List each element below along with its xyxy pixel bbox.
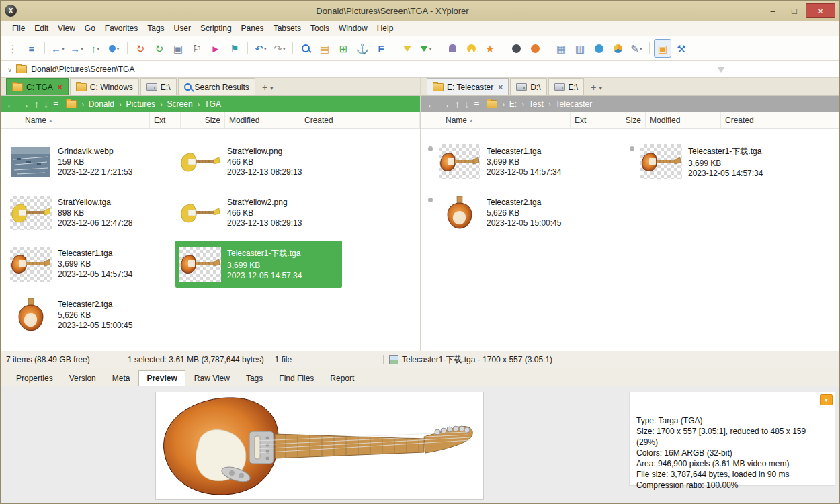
column-header-name[interactable]: Name▴ [421, 112, 571, 128]
down-crumb-icon[interactable]: ↓ [464, 99, 469, 110]
down-crumb-icon[interactable]: ↓ [44, 99, 48, 110]
file-tile-grindavik-webp[interactable]: Grindavik.webp159 KB2023-12-22 17:21:53 [6, 138, 173, 185]
back-crumb-icon[interactable]: ← [6, 99, 15, 110]
file-tile-telecaster2-tga[interactable]: Telecaster2.tga5,626 KB2023-12-05 15:00:… [424, 190, 622, 237]
tree-icon[interactable]: ⊞ [335, 39, 352, 58]
menu-item-tabsets[interactable]: Tabsets [269, 21, 306, 36]
package-icon[interactable]: ▣ [169, 39, 187, 58]
maximize-button[interactable]: □ [784, 4, 804, 17]
column-header-modified[interactable]: Modified [646, 112, 721, 128]
send-icon[interactable]: ► [207, 39, 224, 58]
flag-icon[interactable]: ⚐ [188, 39, 206, 58]
font-icon[interactable]: F [372, 39, 390, 58]
file-tile-telecaster1-tga[interactable]: Telecaster1.tga3,699 KB2023-12-05 14:57:… [424, 138, 622, 185]
menu-item-view[interactable]: View [53, 21, 80, 36]
column-header-size[interactable]: Size [181, 112, 225, 128]
panel-tab-version[interactable]: Version [62, 371, 103, 386]
address-dropdown-icon[interactable]: ∨ [7, 66, 12, 73]
file-tile-telecaster1-tga[interactable]: Telecaster1-下载.tga3,699 KB2023-12-05 14:… [175, 241, 342, 288]
column-header-size[interactable]: Size [601, 112, 646, 128]
menu-item-file[interactable]: File [7, 21, 30, 36]
file-tile-telecaster1-tga[interactable]: Telecaster1.tga3,699 KB2023-12-05 14:57:… [6, 241, 173, 288]
file-tile-stratyellow-png[interactable]: StratYellow.png466 KB2023-12-13 08:29:13 [175, 138, 342, 185]
customize-toolbar-icon[interactable]: ≡ [23, 39, 40, 58]
teal-flag-icon[interactable]: ⚑ [226, 39, 243, 58]
menu-item-window[interactable]: Window [334, 21, 372, 36]
left-tab-c-tga[interactable]: C: TGA× [6, 78, 69, 95]
address-path[interactable]: Donald\Pictures\Screen\TGA [31, 65, 134, 74]
report-icon[interactable]: ▥ [571, 39, 589, 58]
minimize-button[interactable]: – [763, 4, 783, 17]
pacman-icon[interactable] [462, 39, 480, 58]
column-header-name[interactable]: Name▴ [1, 112, 150, 128]
panel-tab-properties[interactable]: Properties [9, 371, 60, 386]
left-tab-search-results[interactable]: Search Results [178, 78, 255, 95]
close-tab-icon[interactable]: × [58, 83, 62, 92]
right-tab-e-telecaster[interactable]: E: Telecaster× [427, 78, 509, 95]
new-tab-button[interactable]: + [591, 82, 596, 93]
right-tab-d[interactable]: D:\ [510, 78, 546, 95]
crumb-test[interactable]: Test [529, 99, 544, 109]
panel-tab-tags[interactable]: Tags [239, 371, 270, 386]
menu-item-tools[interactable]: Tools [306, 21, 334, 36]
menu-item-help[interactable]: Help [372, 21, 398, 36]
up-icon[interactable]: ↑▾ [87, 39, 104, 58]
tiles-icon[interactable]: ▦ [552, 39, 570, 58]
toolbar-grip-icon[interactable]: ⋮ [4, 39, 22, 58]
brush-icon[interactable]: ✎▾ [628, 39, 645, 58]
hotlist-icon[interactable]: ↻ [132, 39, 149, 58]
up-crumb-icon[interactable]: ↑ [34, 99, 39, 110]
close-tab-icon[interactable]: × [498, 83, 503, 92]
filter-icon[interactable] [398, 39, 416, 58]
star-icon[interactable]: ★ [481, 39, 499, 58]
crumb-menu-icon[interactable]: ≡ [53, 99, 58, 110]
panel-tab-preview[interactable]: Preview [138, 370, 185, 386]
forward-crumb-icon[interactable]: → [441, 99, 450, 110]
menu-item-user[interactable]: User [169, 21, 196, 36]
menu-item-favorites[interactable]: Favorites [100, 21, 142, 36]
menu-item-tags[interactable]: Tags [142, 21, 169, 36]
left-tab-e[interactable]: E:\ [140, 78, 177, 95]
left-tab-c-windows[interactable]: C: Windows [70, 78, 139, 95]
badge-icon[interactable] [590, 39, 607, 58]
color-wheel-icon[interactable] [609, 39, 626, 58]
file-tile-telecaster1-tga[interactable]: Telecaster1-下载.tga3,699 KB2023-12-05 14:… [626, 138, 823, 185]
column-header-ext[interactable]: Ext [571, 112, 601, 128]
menu-item-go[interactable]: Go [80, 21, 100, 36]
search-icon[interactable] [297, 39, 314, 58]
address-filter-icon[interactable] [717, 67, 725, 73]
forward-crumb-icon[interactable]: → [20, 99, 30, 110]
crumb-tga[interactable]: TGA [204, 99, 221, 109]
tools-icon[interactable]: ⚒ [673, 39, 690, 58]
menu-item-panes[interactable]: Panes [237, 21, 269, 36]
forward-icon[interactable]: →▾ [68, 39, 85, 58]
column-header-modified[interactable]: Modified [225, 112, 300, 128]
redo-icon[interactable]: ↷▾ [271, 39, 288, 58]
preview-options-button[interactable]: ▾ [820, 394, 833, 405]
crumb-pictures[interactable]: Pictures [126, 99, 155, 109]
file-tile-stratyellow2-png[interactable]: StratYellow2.png466 KB2023-12-13 08:29:1… [175, 190, 342, 237]
location-icon[interactable]: ▾ [106, 39, 123, 58]
column-header-ext[interactable]: Ext [150, 112, 181, 128]
panel-tab-raw-view[interactable]: Raw View [187, 371, 237, 386]
moon-icon[interactable] [507, 39, 525, 58]
file-tile-stratyellow-tga[interactable]: StratYellow.tga898 KB2023-12-06 12:47:28 [6, 190, 173, 237]
up-crumb-icon[interactable]: ↑ [455, 99, 460, 110]
menu-item-scripting[interactable]: Scripting [196, 21, 237, 36]
basketball-icon[interactable] [526, 39, 544, 58]
undo-icon[interactable]: ↶▾ [252, 39, 269, 58]
back-icon[interactable]: ←▾ [49, 39, 67, 58]
panel-tab-find-files[interactable]: Find Files [271, 371, 321, 386]
refresh-icon[interactable]: ↻ [151, 39, 168, 58]
filter-green-icon[interactable]: ▾ [417, 39, 435, 58]
crumb-menu-icon[interactable]: ≡ [474, 99, 479, 110]
tab-list-button[interactable]: ▾ [599, 85, 602, 91]
column-header-created[interactable]: Created [721, 112, 839, 128]
new-tab-button[interactable]: + [262, 82, 267, 93]
crumb-e[interactable]: E: [509, 99, 517, 109]
tab-list-button[interactable]: ▾ [270, 85, 274, 91]
panel-tab-meta[interactable]: Meta [105, 371, 138, 386]
crumb-screen[interactable]: Screen [167, 99, 193, 109]
mini-tree-icon[interactable]: ▣ [654, 39, 671, 58]
crumb-telecaster[interactable]: Telecaster [556, 99, 593, 109]
